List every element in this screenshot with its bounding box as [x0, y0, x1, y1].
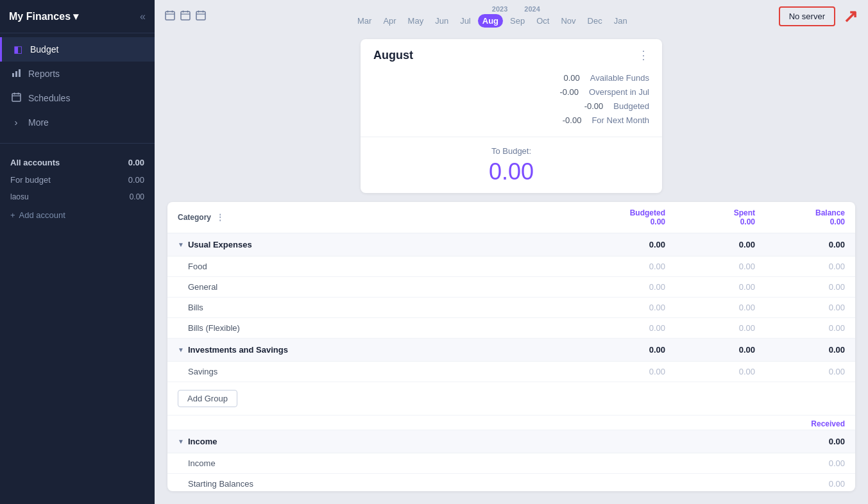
- month-jan[interactable]: Jan: [609, 14, 632, 28]
- category-food[interactable]: Food 0.00 0.00 0.00: [167, 256, 855, 277]
- chevron-down-icon: ▼: [178, 346, 184, 353]
- sidebar-item-schedules-label: Schedules: [28, 93, 70, 103]
- balance-label: Balance: [755, 208, 845, 217]
- category-column-header: Category ⋮: [178, 213, 575, 222]
- group-usual-expenses[interactable]: ▼ Usual Expenses 0.00 0.00 0.00: [167, 233, 855, 256]
- month-may[interactable]: May: [404, 14, 429, 28]
- svg-rect-0: [12, 73, 14, 77]
- month-sep[interactable]: Sep: [506, 14, 529, 28]
- more-icon: ›: [10, 117, 22, 128]
- year-labels: 2023 2024: [332, 5, 652, 13]
- chevron-down-icon: ▼: [178, 438, 184, 445]
- all-accounts-row[interactable]: All accounts 0.00: [0, 154, 155, 171]
- chevron-down-icon: ▼: [178, 241, 184, 248]
- for-budget-label: For budget: [10, 175, 51, 185]
- content-area: August ⋮ 0.00 Available Funds -0.00 Over…: [155, 33, 868, 504]
- sidebar-collapse-button[interactable]: «: [140, 11, 146, 22]
- add-account-button[interactable]: + Add account: [0, 205, 155, 225]
- budget-month-title: August: [373, 49, 413, 62]
- arrow-indicator: ↗: [843, 8, 858, 26]
- sidebar-item-budget-label: Budget: [30, 44, 58, 55]
- svg-rect-2: [19, 69, 21, 77]
- budget-card-header: August ⋮: [361, 39, 662, 69]
- usual-expenses-spent: 0.00: [665, 240, 755, 249]
- category-general[interactable]: General 0.00 0.00 0.00: [167, 277, 855, 298]
- sidebar-item-budget[interactable]: ◧ Budget: [0, 37, 155, 62]
- budget-summary-card: August ⋮ 0.00 Available Funds -0.00 Over…: [361, 39, 662, 193]
- category-menu-icon[interactable]: ⋮: [216, 213, 224, 222]
- month-nov[interactable]: Nov: [556, 14, 580, 28]
- sidebar: My Finances ▾ « ◧ Budget Reports Schedul…: [0, 0, 155, 504]
- category-starting-balances[interactable]: Starting Balances 0.00: [167, 474, 855, 491]
- sidebar-divider: [0, 143, 155, 144]
- sub-account-row[interactable]: laosu 0.00: [0, 189, 155, 205]
- year-2023-label: 2023: [332, 5, 511, 13]
- category-income[interactable]: Income 0.00: [167, 453, 855, 474]
- spent-column-header: Spent 0.00: [665, 208, 755, 226]
- group-investments-savings[interactable]: ▼ Investments and Savings 0.00 0.00 0.00: [167, 339, 855, 362]
- month-jul[interactable]: Jul: [455, 14, 475, 28]
- budgeted-column-header: Budgeted 0.00: [575, 208, 665, 226]
- month-apr[interactable]: Apr: [379, 14, 400, 28]
- investments-budgeted: 0.00: [575, 345, 665, 355]
- sub-account-label: laosu: [10, 192, 29, 201]
- month-dec[interactable]: Dec: [583, 14, 607, 28]
- income-group-name: ▼ Income: [178, 437, 755, 446]
- calendar-icon-3[interactable]: [196, 10, 206, 22]
- month-aug[interactable]: Aug: [478, 14, 503, 28]
- investments-balance: 0.00: [755, 345, 845, 355]
- sidebar-header: My Finances ▾ «: [0, 0, 155, 33]
- sub-account-value: 0.00: [130, 192, 144, 201]
- to-budget-area: To Budget: 0.00: [361, 137, 662, 192]
- category-savings[interactable]: Savings 0.00 0.00 0.00: [167, 362, 855, 382]
- usual-expenses-budgeted: 0.00: [575, 240, 665, 249]
- investments-spent: 0.00: [665, 345, 755, 355]
- budget-icon: ◧: [12, 44, 24, 55]
- investments-savings-name: ▼ Investments and Savings: [178, 345, 575, 355]
- title-dropdown-icon: ▾: [73, 10, 78, 22]
- usual-expenses-balance: 0.00: [755, 240, 845, 249]
- income-group-value: 0.00: [755, 437, 845, 446]
- topbar: 2023 2024 Mar Apr May Jun Jul Aug Sep Oc…: [155, 0, 868, 33]
- calendar-icon-1[interactable]: [165, 10, 175, 22]
- sidebar-accounts: All accounts 0.00 For budget 0.00 laosu …: [0, 149, 155, 230]
- add-group-button[interactable]: Add Group: [178, 390, 237, 407]
- category-bills[interactable]: Bills 0.00 0.00 0.00: [167, 298, 855, 318]
- available-funds-label: Available Funds: [590, 71, 649, 85]
- budgeted-stat-label: Budgeted: [613, 99, 649, 113]
- for-budget-row[interactable]: For budget 0.00: [0, 171, 155, 189]
- month-mar[interactable]: Mar: [353, 14, 376, 28]
- balance-column-header: Balance 0.00: [755, 208, 845, 226]
- overspent-label: Overspent in Jul: [589, 85, 649, 99]
- budget-stats: 0.00 Available Funds -0.00 Overspent in …: [361, 69, 662, 137]
- svg-rect-1: [15, 71, 17, 77]
- for-next-month-value: -0.00: [549, 113, 581, 128]
- sidebar-item-schedules[interactable]: Schedules: [0, 86, 155, 110]
- budget-card-menu-button[interactable]: ⋮: [638, 48, 649, 62]
- svg-rect-7: [166, 12, 174, 20]
- usual-expenses-name: ▼ Usual Expenses: [178, 240, 575, 249]
- budget-table: Category ⋮ Budgeted 0.00 Spent 0.00 Bala…: [167, 202, 855, 491]
- table-header: Category ⋮ Budgeted 0.00 Spent 0.00 Bala…: [167, 202, 855, 233]
- for-next-month-label: For Next Month: [591, 113, 649, 128]
- month-oct[interactable]: Oct: [532, 14, 554, 28]
- budgeted-stat-value: -0.00: [571, 99, 603, 113]
- no-server-button[interactable]: No server: [779, 6, 835, 26]
- overspent-value: -0.00: [547, 85, 579, 99]
- to-budget-label: To Budget:: [373, 146, 649, 156]
- sidebar-item-more[interactable]: › More: [0, 110, 155, 134]
- app-title[interactable]: My Finances ▾: [9, 10, 78, 22]
- category-bills-flexible[interactable]: Bills (Flexible) 0.00 0.00 0.00: [167, 318, 855, 339]
- add-account-plus-icon: +: [10, 210, 15, 220]
- date-navigation: 2023 2024 Mar Apr May Jun Jul Aug Sep Oc…: [211, 5, 774, 28]
- sidebar-item-reports[interactable]: Reports: [0, 62, 155, 86]
- year-2024-label: 2024: [511, 5, 652, 13]
- month-jun[interactable]: Jun: [430, 14, 453, 28]
- sidebar-nav: ◧ Budget Reports Schedules › More: [0, 33, 155, 138]
- app-title-text: My Finances: [9, 11, 71, 22]
- group-income[interactable]: ▼ Income 0.00: [167, 430, 855, 453]
- category-label: Category: [178, 213, 211, 222]
- stat-overspent: -0.00 Overspent in Jul: [373, 85, 649, 99]
- budgeted-total: 0.00: [575, 217, 665, 226]
- calendar-icon-2[interactable]: [180, 10, 191, 22]
